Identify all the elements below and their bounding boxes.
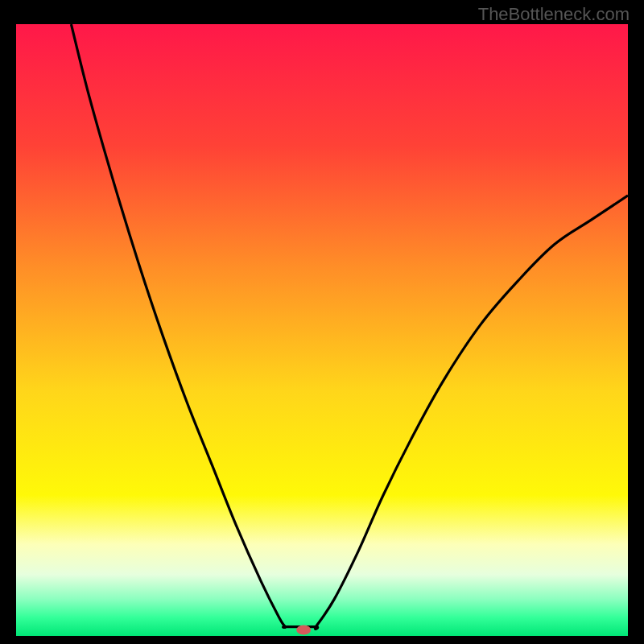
plot-area [16,24,628,636]
gradient-background [16,24,628,636]
chart-container: TheBottleneck.com [0,0,644,644]
watermark-text: TheBottleneck.com [478,4,630,25]
chart-svg [16,24,628,636]
optimal-marker [296,625,311,634]
